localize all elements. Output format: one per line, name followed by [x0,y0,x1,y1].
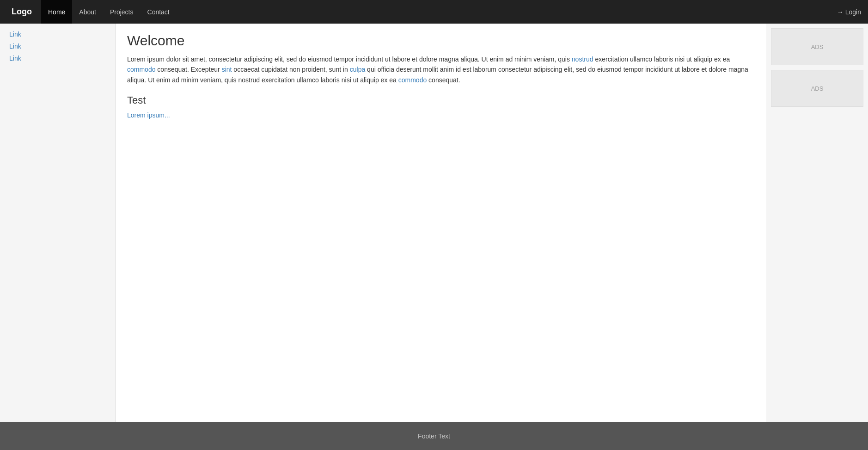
nav-item-projects: Projects [103,0,141,24]
sidebar: Link Link Link [0,24,116,422]
nav-item-about: About [72,0,103,24]
page-title: Welcome [127,33,755,49]
inline-link-sint: sint [222,66,232,73]
section-heading: Test [127,94,755,106]
lorem-ipsum-link: Lorem ipsum... [127,111,170,119]
inline-link-nostrud: nostrud [572,55,593,63]
ad-box-2: ADS [771,70,863,107]
sidebar-item-3: Link [0,52,115,64]
login-icon: → [837,8,844,16]
sidebar-item-1: Link [0,28,115,40]
nav-items: Home About Projects Contact [41,0,177,24]
nav-link-contact[interactable]: Contact [141,0,177,24]
nav-link-projects[interactable]: Projects [103,0,141,24]
sidebar-link-1[interactable]: Link [0,28,115,40]
sub-paragraph: Lorem ipsum... [127,110,755,120]
ad-label-2: ADS [811,85,824,92]
sidebar-item-2: Link [0,40,115,52]
sidebar-link-3[interactable]: Link [0,52,115,64]
nav-link-home[interactable]: Home [41,0,72,24]
nav-link-about[interactable]: About [72,0,103,24]
sidebar-links: Link Link Link [0,28,115,64]
inline-link-commodo2: commodo [398,76,427,84]
sidebar-link-2[interactable]: Link [0,40,115,52]
footer-text: Footer Text [418,432,450,440]
login-label: Login [845,8,861,16]
nav-brand[interactable]: Logo [7,7,37,17]
ad-label-1: ADS [811,43,824,50]
ad-box-1: ADS [771,28,863,65]
nav-item-home: Home [41,0,72,24]
login-button[interactable]: → Login [837,8,861,16]
inline-link-culpa: culpa [350,66,365,73]
page-wrapper: Link Link Link Welcome Lorem ipsum dolor… [0,24,868,422]
main-content: Welcome Lorem ipsum dolor sit amet, cons… [116,24,766,422]
navbar: Logo Home About Projects Contact → Login [0,0,868,24]
inline-link-commodo: commodo [127,66,155,73]
main-paragraph: Lorem ipsum dolor sit amet, consectetur … [127,54,755,85]
nav-item-contact: Contact [141,0,177,24]
footer: Footer Text [0,422,868,450]
ads-sidebar: ADS ADS [766,24,868,422]
